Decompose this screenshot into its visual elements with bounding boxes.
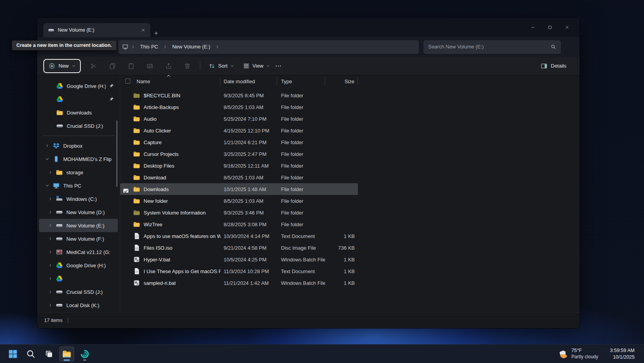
taskbar-start-button[interactable]	[5, 347, 20, 361]
see-more-button[interactable]	[275, 63, 282, 70]
taskbar-task-view-button[interactable]	[41, 347, 56, 361]
minimize-button[interactable]	[524, 21, 541, 34]
file-row-wiztree[interactable]: WizTree8/28/2025 3:08 PMFile folder	[120, 218, 358, 230]
taskbar-search-button[interactable]	[23, 347, 38, 361]
details-button[interactable]: Details	[537, 60, 570, 72]
column-header-type[interactable]: Type	[277, 77, 325, 86]
copy-button[interactable]	[104, 59, 121, 73]
file-row-download[interactable]: Download8/5/2025 1:03 AMFile folder	[120, 172, 358, 183]
tree-chevron-icon[interactable]	[48, 237, 52, 241]
file-row-system-volume-information[interactable]: System Volume Information9/3/2025 3:46 P…	[120, 207, 358, 218]
chevron-right-icon[interactable]	[215, 45, 219, 49]
sidebar-item-label: Windows (C:)	[66, 196, 97, 202]
breadcrumb-this-pc[interactable]: This PC	[138, 43, 160, 51]
sidebar-item-storage[interactable]: storage	[39, 166, 118, 179]
file-row-cursor-projects[interactable]: Cursor Projects3/25/2025 2:47 PMFile fol…	[120, 148, 358, 160]
sort-button[interactable]: Sort	[205, 60, 238, 72]
file-row-downloads[interactable]: Downloads10/1/2025 1:48 AMFile folder	[120, 183, 358, 195]
tree-chevron-icon[interactable]	[45, 157, 49, 161]
tab-close-icon[interactable]	[141, 28, 146, 32]
search-icon[interactable]	[551, 44, 556, 50]
breadcrumb[interactable]: This PCNew Volume (E:)	[118, 40, 419, 54]
sidebar-item-crucial-ssd-j[interactable]: Crucial SSD (J:)	[39, 119, 118, 132]
taskbar-buttons	[0, 347, 92, 361]
sidebar-item-unnamed[interactable]	[39, 272, 118, 285]
clock-widget[interactable]: 3:59:59 AM 10/1/2025	[610, 347, 635, 360]
file-row-sampled-ri-bat[interactable]: sampled-ri.bat11/21/2024 1:42 AMWindows …	[120, 277, 358, 289]
details-panel-icon	[541, 63, 548, 70]
tree-chevron-icon[interactable]	[45, 144, 49, 148]
tree-chevron-icon[interactable]	[48, 224, 52, 227]
paste-button[interactable]	[123, 59, 139, 73]
taskbar-screen-recorder-button[interactable]	[77, 347, 92, 361]
breadcrumb-new-volume-e[interactable]: New Volume (E:)	[170, 43, 213, 51]
tree-chevron-icon[interactable]	[48, 170, 52, 174]
sidebar-item-windows-c[interactable]: Windows (C:)	[39, 192, 118, 206]
tree-chevron-icon[interactable]	[48, 197, 52, 201]
pin-icon	[109, 97, 114, 102]
close-button[interactable]	[559, 21, 576, 34]
file-row-article-backups[interactable]: Article-Backups8/5/2025 1:03 AMFile fold…	[120, 101, 358, 113]
rename-button[interactable]	[142, 59, 158, 73]
tree-chevron-icon[interactable]	[48, 277, 52, 281]
new-button[interactable]: New	[44, 60, 80, 72]
view-button[interactable]: View	[239, 60, 274, 72]
file-explorer-window: New Volume (E:) This PCNew Volume (E:) S…	[37, 18, 580, 328]
file-row-i-use-these-apps-to-get-macos-featu[interactable]: I Use These Apps to Get macOS Featu…11/3…	[120, 265, 358, 277]
file-row-recycle-bin[interactable]: $RECYCLE.BIN9/3/2025 8:45 PMFile folder	[120, 89, 358, 101]
file-name-cell: New folder	[120, 197, 221, 204]
sidebar-item-dropbox[interactable]: Dropbox	[39, 139, 118, 152]
column-header-size[interactable]: Size	[325, 77, 358, 86]
share-button[interactable]	[160, 59, 177, 73]
tab-new-volume-e[interactable]: New Volume (E:)	[43, 23, 150, 37]
column-header-name[interactable]: Name	[120, 77, 221, 86]
sidebar-scrollbar[interactable]	[116, 120, 117, 187]
delete-button[interactable]	[179, 59, 196, 73]
sidebar-item-downloads[interactable]: Downloads	[39, 106, 118, 119]
sidebar-item-crucial-ssd-j[interactable]: Crucial SSD (J:)	[39, 285, 118, 299]
sidebar-item-mohammed-s-z-flip[interactable]: MOHAMMED's Z Flip	[39, 152, 118, 166]
file-row-files-iso-iso[interactable]: Files ISO.iso9/21/2024 4:58 PMDisc Image…	[120, 242, 358, 254]
sidebar-item-google-drive-h[interactable]: Google Drive (H:)	[39, 259, 118, 272]
select-all-checkbox[interactable]	[125, 79, 130, 84]
drive-icon	[56, 302, 63, 309]
file-name-cell: $RECYCLE.BIN	[120, 92, 221, 99]
chevron-down-icon	[230, 64, 234, 68]
file-row-hyper-v-bat[interactable]: Hyper-V.bat10/5/2024 4:25 PMWindows Batc…	[120, 254, 358, 265]
tree-chevron-icon[interactable]	[48, 290, 52, 294]
sidebar-item-unnamed[interactable]	[39, 93, 118, 106]
file-row-desktop-files[interactable]: Desktop Files9/16/2025 12:11 AMFile fold…	[120, 160, 358, 172]
sidebar-item-new-volume-f[interactable]: New Volume (F:)	[39, 232, 118, 245]
column-label: Date modified	[224, 79, 255, 84]
file-row-new-folder[interactable]: New folder8/5/2025 1:03 AMFile folder	[120, 195, 358, 207]
sidebar-item-new-volume-d[interactable]: New Volume (D:)	[39, 206, 118, 219]
new-tab-button[interactable]	[153, 30, 159, 36]
sidebar-item-new-volume-e[interactable]: New Volume (E:)	[39, 219, 118, 232]
file-date-modified: 10/1/2025 1:48 AM	[221, 186, 277, 192]
taskbar-file-explorer-button[interactable]	[59, 347, 74, 361]
maximize-button[interactable]	[541, 21, 559, 34]
file-row-auto-clicker[interactable]: Auto Clicker4/15/2025 12:10 PMFile folde…	[120, 125, 358, 136]
cut-button[interactable]	[85, 59, 102, 73]
file-row-apps-to-use-macos-features-on-wind[interactable]: Apps to use macOS features on Wind…10/30…	[120, 230, 358, 242]
tree-chevron-icon[interactable]	[48, 263, 52, 267]
file-name: Desktop Files	[144, 163, 174, 169]
row-checkbox[interactable]	[123, 189, 128, 193]
tree-chevron-icon[interactable]	[48, 303, 52, 307]
sidebar-item-google-drive-h[interactable]: Google Drive (H:)	[39, 79, 118, 93]
file-row-audio[interactable]: Audio5/25/2024 7:10 PMFile folder	[120, 113, 358, 125]
tree-chevron-icon[interactable]	[48, 210, 52, 214]
weather-widget[interactable]: 75°F Partly cloudy	[558, 348, 598, 360]
tree-chevron-icon[interactable]	[45, 184, 49, 188]
column-header-date-modified[interactable]: Date modified	[221, 77, 277, 86]
plus-circle-icon	[48, 63, 55, 70]
drive-icon	[56, 209, 63, 216]
tree-chevron-icon[interactable]	[48, 250, 52, 254]
file-row-capture[interactable]: Capture1/21/2024 6:21 PMFile folder	[120, 136, 358, 148]
this-pc-icon[interactable]	[122, 44, 128, 50]
tab-bar: New Volume (E:)	[37, 18, 580, 37]
sidebar-item-medicat-v21-12-g[interactable]: MediCat v21.12 (G:	[39, 245, 118, 259]
search-box[interactable]: Search New Volume (E:)	[423, 40, 561, 54]
sidebar-item-local-disk-k[interactable]: Local Disk (K:)	[39, 299, 118, 312]
sidebar-item-this-pc[interactable]: This PC	[39, 179, 118, 192]
